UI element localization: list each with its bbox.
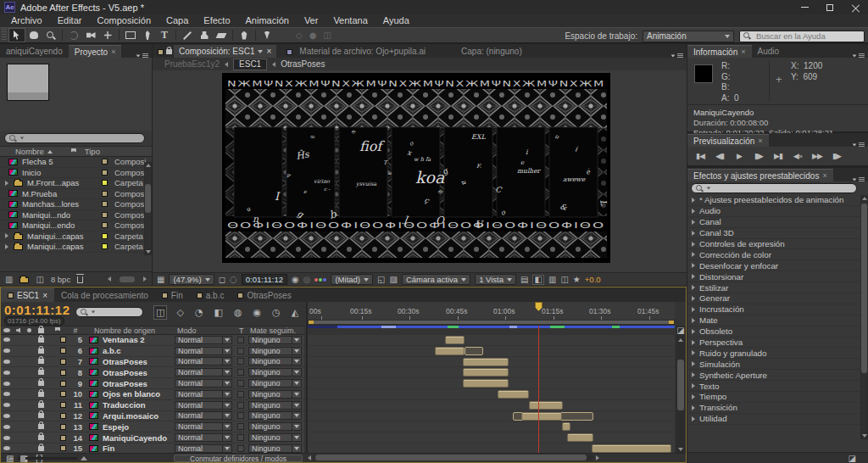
breadcrumb-next[interactable]: OtrasPoses [281, 59, 325, 69]
tab-effects[interactable]: Efectos y ajustes preestablecidos × [687, 169, 833, 181]
close-icon[interactable]: × [111, 47, 115, 56]
expand-icon[interactable] [5, 244, 14, 249]
project-item-manchas-lores[interactable]: Manchas...loresComposi [0, 199, 152, 210]
effects-category-distorsionar[interactable]: Distorsionar [687, 271, 868, 282]
work-area-bar[interactable] [308, 320, 675, 325]
toggle-switches-modes-button[interactable]: Conmutar definidores / modos [174, 455, 303, 462]
effects-category-desenfocar-y-enfocar[interactable]: Desenfocar y enfocar [687, 260, 868, 271]
lock-toggle[interactable] [35, 359, 47, 364]
layer-label-swatch[interactable] [58, 370, 69, 376]
effects-search[interactable] [691, 183, 857, 193]
layer-label-swatch[interactable] [58, 424, 69, 430]
bit-depth[interactable]: 8 bpc [51, 275, 70, 284]
blend-mode-select[interactable]: Normal [175, 357, 232, 365]
expand-icon[interactable] [5, 181, 14, 186]
video-toggle[interactable] [1, 436, 13, 440]
expand-icon[interactable] [692, 383, 695, 388]
menu-ayuda[interactable]: Ayuda [376, 14, 417, 27]
track-matte-select[interactable]: Ninguno [248, 433, 302, 442]
column-mode[interactable]: Modo [177, 326, 197, 335]
trkmat-toggle[interactable] [237, 348, 244, 354]
lock-toggle[interactable] [35, 446, 47, 451]
track-matte-select[interactable]: Ninguno [248, 411, 302, 420]
project-settings-icon[interactable]: ◫ [36, 275, 43, 284]
layer-bar[interactable] [465, 347, 483, 355]
tab-info[interactable]: Información × [687, 45, 752, 58]
help-search[interactable] [739, 31, 865, 42]
expand-icon[interactable] [692, 329, 695, 334]
timeline-tab-otrasposes[interactable]: OtrasPoses [231, 288, 298, 302]
comp-marker-icon[interactable]: ◪ [676, 326, 686, 335]
expand-icon[interactable] [692, 274, 695, 279]
timeline-columns-header[interactable]: # Nombre de origen Modo T Mate seguim. [1, 326, 304, 335]
expand-icon[interactable] [692, 198, 695, 203]
expand-icon[interactable] [692, 361, 695, 366]
lock-toggle[interactable] [35, 381, 47, 386]
layer-bar[interactable] [529, 401, 563, 410]
column-name[interactable]: Nombre [15, 147, 44, 156]
lock-toggle[interactable] [35, 392, 47, 397]
maximize-button[interactable] [817, 0, 843, 14]
effects-category-incrustacion[interactable]: Incrustación [687, 304, 868, 315]
roto-brush-tool[interactable] [236, 28, 253, 42]
shuttle-button[interactable]: ▮▶ [830, 150, 843, 161]
current-timecode[interactable]: 0:01:11:12 [4, 303, 70, 317]
effects-scrollbar[interactable] [860, 195, 868, 439]
breadcrumb-prev[interactable]: PruebaEsc1y2 [164, 59, 220, 69]
video-toggle[interactable] [1, 360, 13, 364]
layer-bar[interactable] [521, 412, 562, 421]
effects-category-simulacion[interactable]: Simulación [687, 359, 868, 370]
workspace-select[interactable]: Animación [643, 31, 734, 42]
expand-icon[interactable] [692, 285, 695, 290]
magnification-select[interactable]: (47.9%) [169, 274, 214, 285]
timeline-search[interactable] [75, 307, 143, 317]
blend-mode-select[interactable]: Normal [175, 433, 232, 442]
zoom-out-mountain-icon[interactable] [8, 457, 14, 460]
close-icon[interactable]: × [758, 137, 762, 145]
label-swatch[interactable] [102, 212, 108, 218]
motion-blur-icon[interactable]: ◍ [232, 306, 244, 319]
effects-category-obsoleto[interactable]: Obsoleto [687, 326, 868, 337]
help-search-input[interactable] [754, 31, 856, 42]
layer-label-swatch[interactable] [58, 413, 69, 419]
project-item-maniqui-capas[interactable]: Maniqui...capasCarpeta [0, 242, 152, 253]
trkmat-toggle[interactable] [237, 402, 244, 409]
blend-mode-select[interactable]: Normal [175, 422, 232, 431]
mask-visibility-icon[interactable]: ◌ [230, 276, 237, 284]
timeline-zoom-control[interactable] [8, 456, 87, 460]
lock-icon[interactable] [166, 49, 172, 54]
column-type[interactable]: Tipo [85, 147, 100, 156]
timeline-vertical-scrollbar[interactable]: ◪ [676, 326, 686, 455]
label-swatch[interactable] [102, 159, 108, 165]
menu-efecto[interactable]: Efecto [196, 14, 237, 27]
layer-label-swatch[interactable] [58, 348, 69, 354]
track-matte-select[interactable]: Ninguno [248, 422, 302, 431]
scroll-down-icon[interactable] [678, 448, 683, 451]
shape-tool[interactable] [122, 28, 139, 42]
layer-bar[interactable] [445, 336, 465, 344]
lock-toggle[interactable] [35, 370, 47, 375]
trkmat-toggle[interactable] [237, 369, 244, 376]
resolution-select[interactable]: (Mitad) [331, 274, 373, 285]
blend-mode-select[interactable]: Normal [175, 368, 232, 377]
panel-menu-icon[interactable] [852, 177, 868, 181]
composition-canvas[interactable]: ΝЖΜΨΝΧЖΜΨΝΧЖΜΨΝΧЖΜΨΝΧЖΜΨΝΧЖΜΨΝΧЖΜ ΘΟΦΙΘΟ… [222, 73, 610, 263]
expand-icon[interactable] [692, 318, 695, 323]
expand-icon[interactable] [692, 242, 695, 247]
pen-tool[interactable] [139, 28, 156, 42]
close-icon[interactable]: × [266, 47, 271, 56]
video-toggle[interactable] [1, 382, 13, 386]
effects-category-generar[interactable]: Generar [687, 293, 868, 304]
comp-flowchart-icon[interactable]: ◫ [560, 276, 568, 284]
work-area-end-handle[interactable] [669, 321, 674, 324]
viewer-timecode[interactable]: 0:01:11:12 [242, 274, 287, 285]
effects-category-canal-3d[interactable]: Canal 3D [687, 228, 868, 239]
effects-category-audio[interactable]: Audio [687, 206, 868, 217]
mask-expand-icon[interactable]: ◫ [323, 31, 331, 40]
hide-shy-icon[interactable]: ◔ [193, 306, 205, 319]
menu-composicion[interactable]: Composición [89, 14, 159, 27]
new-folder-icon[interactable] [19, 277, 29, 283]
adjust-exposure-icon[interactable]: ★ [573, 276, 581, 284]
project-item-flecha-5[interactable]: Flecha 5Composi [0, 157, 152, 168]
comp-mini-flowchart-icon[interactable]: ◫ [153, 305, 167, 320]
